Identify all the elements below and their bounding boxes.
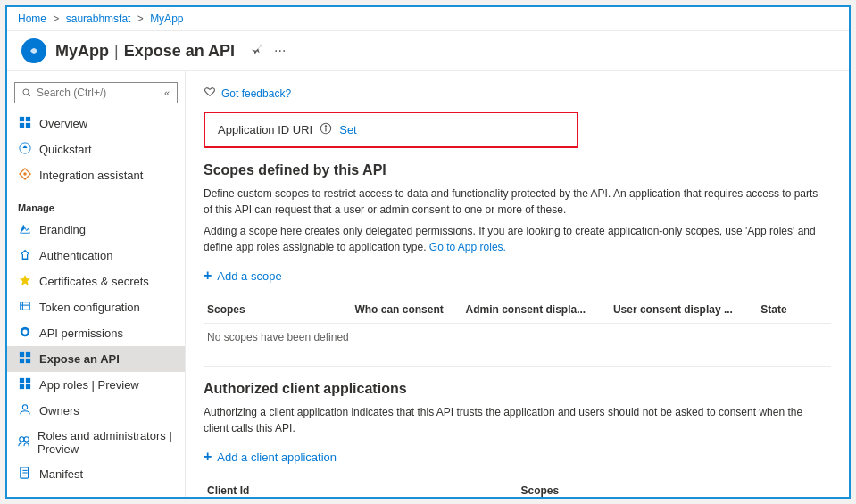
sidebar-item-quickstart[interactable]: Quickstart [7,136,185,162]
sidebar-item-token[interactable]: Token configuration [7,294,185,320]
breadcrumb-sep2: > [137,12,144,25]
authentication-icon [18,248,32,263]
authorized-desc: Authorizing a client application indicat… [204,404,828,436]
clients-table-header: Client Id Scopes [204,477,831,497]
sidebar-label-owners: Owners [39,404,79,417]
info-icon [320,122,332,137]
sidebar-item-manifest[interactable]: Manifest [7,461,185,487]
sidebar-item-app-roles[interactable]: App roles | Preview [7,372,185,398]
roles-admin-icon [18,435,30,450]
expose-api-icon [18,351,32,367]
sidebar-label-certificates: Certificates & secrets [39,275,149,288]
scopes-col-state: State [757,302,831,318]
manage-section-label: Manage [7,195,185,217]
search-input[interactable] [37,87,159,99]
sidebar-label-authentication: Authentication [39,249,112,262]
svg-rect-18 [26,359,30,363]
svg-marker-9 [20,275,30,285]
more-icon[interactable]: ··· [274,43,286,59]
app-id-uri-label: Application ID URI [218,123,312,136]
sidebar-item-authentication[interactable]: Authentication [7,243,185,269]
certificates-icon [18,274,32,289]
breadcrumb-company[interactable]: saurabhmsfat [66,12,131,25]
scopes-col-consent: Who can consent [351,302,461,318]
content-area: Got feedback? Application ID URI Set Sco… [186,71,849,497]
authorized-title: Authorized client applications [204,381,831,397]
sidebar-item-overview[interactable]: Overview [7,111,185,136]
sidebar-item-roles-admin[interactable]: Roles and administrators | Preview [7,424,185,461]
svg-rect-21 [20,384,24,389]
sidebar-label-expose-api: Expose an API [39,352,120,366]
add-scope-plus-icon: + [204,268,212,284]
svg-rect-4 [26,117,30,121]
sidebar-label-quickstart: Quickstart [39,143,92,156]
sidebar-item-branding[interactable]: Branding [7,217,185,243]
sidebar-item-owners[interactable]: Owners [7,398,185,424]
breadcrumb-sep1: > [53,12,59,25]
app-header: MyApp|Expose an API ··· [7,31,849,71]
branding-icon [18,222,32,237]
support-section-label: Support + Troubleshooting [7,494,185,497]
scopes-title: Scopes defined by this API [204,162,831,178]
header-actions: ··· [251,43,286,59]
svg-point-34 [326,126,327,127]
feedback-bar: Got feedback? [204,86,831,101]
go-to-app-roles-link[interactable]: Go to App roles. [429,241,506,253]
scopes-empty-message: No scopes have been defined [204,324,831,351]
sidebar-label-token: Token configuration [39,301,140,314]
svg-rect-22 [26,384,30,389]
svg-rect-15 [20,352,24,357]
api-permissions-icon [18,326,32,341]
sidebar-label-overview: Overview [39,117,87,130]
svg-rect-6 [26,123,30,128]
sidebar-item-certificates[interactable]: Certificates & secrets [7,269,185,294]
quickstart-icon [18,142,32,157]
svg-point-8 [23,172,27,176]
svg-rect-16 [26,352,30,357]
sidebar-item-expose-api[interactable]: Expose an API [7,346,185,372]
set-link[interactable]: Set [339,123,357,136]
section-divider [204,366,831,367]
svg-rect-17 [20,359,24,363]
search-icon [22,87,31,98]
page-app-name: MyApp|Expose an API [55,42,235,61]
svg-rect-10 [21,302,30,310]
add-client-label: Add a client application [217,450,337,464]
breadcrumb: Home > saurabhmsfat > MyApp [7,7,849,31]
sidebar-item-integration[interactable]: Integration assistant [7,162,185,188]
sidebar: « Overview Quickstart Integration assis [7,71,186,497]
app-id-uri-box: Application ID URI Set [204,112,578,148]
integration-icon [18,168,32,183]
search-box[interactable]: « [14,82,178,103]
breadcrumb-home[interactable]: Home [18,12,46,25]
sidebar-label-roles-admin: Roles and administrators | Preview [37,429,174,456]
sidebar-label-manifest: Manifest [39,467,83,481]
svg-line-2 [29,95,30,96]
svg-rect-20 [26,378,30,383]
scopes-col-user-display: User consent display ... [610,302,757,318]
app-icon [21,38,46,63]
app-roles-icon [18,377,32,392]
add-scope-button[interactable]: + Add a scope [204,262,282,289]
sidebar-item-api-permissions[interactable]: API permissions [7,320,185,346]
overview-icon [18,116,32,131]
pin-icon[interactable] [251,43,263,59]
token-icon [18,300,32,315]
sidebar-label-branding: Branding [39,223,86,236]
svg-point-1 [23,89,29,95]
authorized-section: Authorized client applications Authorizi… [204,381,831,497]
clients-col-scopes: Scopes [518,483,832,497]
scopes-section: Scopes defined by this API Define custom… [204,162,831,351]
svg-point-23 [22,405,27,409]
owners-icon [18,403,32,418]
collapse-icon[interactable]: « [164,87,170,98]
add-scope-label: Add a scope [217,269,281,283]
svg-rect-3 [20,117,24,121]
feedback-label[interactable]: Got feedback? [221,87,291,100]
clients-col-id: Client Id [204,483,518,497]
sidebar-label-integration: Integration assistant [39,169,143,182]
breadcrumb-app[interactable]: MyApp [150,12,183,25]
add-client-button[interactable]: + Add a client application [204,443,337,470]
manifest-icon [18,467,32,482]
scopes-desc1: Define custom scopes to restrict access … [204,186,828,218]
